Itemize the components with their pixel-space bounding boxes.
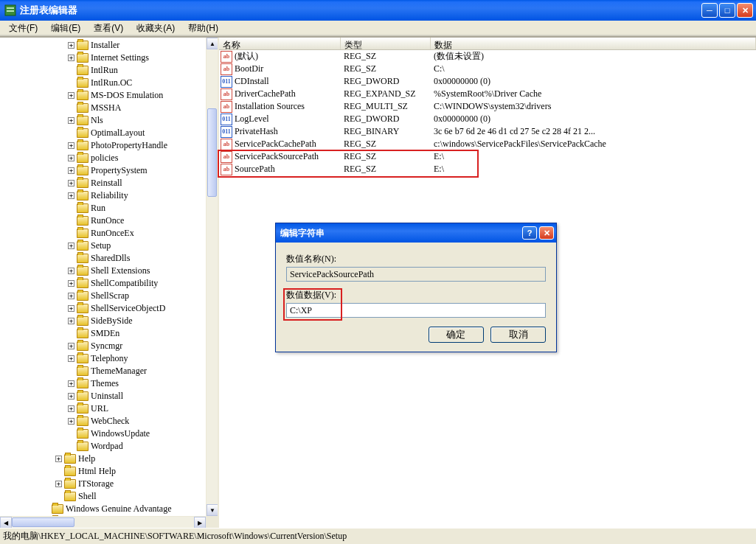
tree-item[interactable]: +MS-DOS Emulation (0, 89, 206, 102)
tree-item[interactable]: +Setup (0, 240, 206, 252)
tree-item[interactable]: +Nls (0, 114, 206, 127)
list-row[interactable]: abServicePackSourcePathREG_SZE:\ (219, 150, 756, 163)
list-row[interactable]: abInstallation SourcesREG_MULTI_SZC:\WIN… (219, 100, 756, 113)
menu-view[interactable]: 查看(V) (88, 21, 129, 36)
minimize-button[interactable]: ─ (701, 3, 718, 18)
scroll-up-icon[interactable]: ▲ (207, 38, 218, 49)
value-data-input[interactable] (286, 303, 546, 318)
expand-icon[interactable]: + (55, 481, 62, 487)
tree-item[interactable]: +PhotoPropertyHandle (0, 139, 206, 152)
expand-icon[interactable]: + (68, 192, 74, 199)
tree-item[interactable]: +ShellServiceObjectD (0, 302, 206, 315)
expand-icon[interactable]: + (68, 142, 74, 149)
tree-item[interactable]: +policies (0, 152, 206, 164)
close-button[interactable]: ✕ (737, 3, 753, 18)
tree-item[interactable]: RunOnce (0, 215, 206, 227)
tree-item[interactable]: ThemeManager (0, 365, 206, 377)
tree-item[interactable]: OptimalLayout (0, 127, 206, 139)
tree-item[interactable]: +Reliability (0, 189, 206, 202)
tree-item[interactable]: +Shell Extensions (0, 265, 206, 277)
tree-item[interactable]: +Themes (0, 377, 206, 390)
expand-icon[interactable]: + (68, 42, 74, 49)
expand-icon[interactable]: + (68, 318, 74, 324)
tree-item[interactable]: +Syncmgr (0, 340, 206, 352)
tree-vscroll[interactable]: ▲ ▼ (206, 38, 218, 516)
expand-icon[interactable]: + (68, 92, 74, 99)
scroll-right-icon[interactable]: ▶ (194, 517, 206, 528)
scroll-left-icon[interactable]: ◀ (0, 517, 12, 528)
tree-item[interactable]: +ITStorage (0, 478, 206, 490)
expand-icon[interactable]: + (68, 343, 74, 349)
maximize-button[interactable]: □ (719, 3, 735, 18)
list-row[interactable]: 011LogLevelREG_DWORD0x00000000 (0) (219, 113, 756, 125)
expand-icon[interactable]: + (68, 280, 74, 287)
list-row[interactable]: ab(默认)REG_SZ(数值未设置) (219, 50, 756, 63)
tree-item[interactable]: +PropertySystem (0, 164, 206, 177)
tree-item[interactable]: +Reinstall (0, 177, 206, 189)
tree-item[interactable]: MSSHA (0, 102, 206, 114)
menu-help[interactable]: 帮助(H) (182, 21, 224, 36)
tree-item[interactable]: +Help (0, 453, 206, 465)
tree-item[interactable]: +Installer (0, 39, 206, 52)
tree-item[interactable]: SharedDlls (0, 252, 206, 265)
list-body[interactable]: ab(默认)REG_SZ(数值未设置)abBootDirREG_SZC:\011… (219, 50, 756, 175)
expand-icon[interactable]: + (68, 55, 74, 61)
menu-edit[interactable]: 编辑(E) (45, 21, 86, 36)
dialog-close-button[interactable]: ✕ (539, 226, 554, 240)
tree-item[interactable]: SMDEn (0, 327, 206, 340)
tree-item[interactable]: +SideBySide (0, 315, 206, 327)
scroll-down-icon[interactable]: ▼ (207, 504, 218, 516)
tree-item[interactable]: +URL (0, 402, 206, 415)
list-row[interactable]: abDriverCachePathREG_EXPAND_SZ%SystemRoo… (219, 88, 756, 100)
tree-item[interactable]: Html Help (0, 465, 206, 478)
expand-icon[interactable]: + (68, 117, 74, 124)
tree-item[interactable]: WindowsUpdate (0, 428, 206, 440)
expand-icon[interactable]: + (68, 243, 74, 249)
tree-item-label: ShellServiceObjectD (91, 302, 165, 315)
expand-icon[interactable]: + (68, 155, 74, 161)
list-row[interactable]: 011CDInstallREG_DWORD0x00000000 (0) (219, 75, 756, 88)
tree-item[interactable]: +WebCheck (0, 415, 206, 428)
tree-item[interactable]: +Uninstall (0, 390, 206, 402)
tree-item[interactable]: RunOnceEx (0, 227, 206, 240)
expand-icon[interactable]: + (68, 268, 74, 274)
expand-icon[interactable]: + (68, 305, 74, 312)
tree-item[interactable]: Wordpad (0, 440, 206, 453)
tree-item[interactable]: +ShellScrap (0, 290, 206, 302)
tree-item[interactable]: +Internet Settings (0, 52, 206, 64)
tree-item[interactable]: +ShellCompatibility (0, 277, 206, 290)
list-row[interactable]: 011PrivateHashREG_BINARY3c 6e b7 6d 2e 4… (219, 125, 756, 138)
dialog-help-button[interactable]: ? (522, 226, 537, 240)
tree-item[interactable]: Windows Genuine Advantage (0, 503, 206, 515)
tree-item[interactable]: IntlRun.OC (0, 77, 206, 89)
menu-favorites[interactable]: 收藏夹(A) (131, 21, 181, 36)
col-data[interactable]: 数据 (431, 38, 756, 49)
tree-hscroll[interactable]: ◀ ▶ (0, 516, 206, 528)
col-name[interactable]: 名称 (219, 38, 341, 49)
list-row[interactable]: abServicePackCachePathREG_SZc:\windows\S… (219, 138, 756, 150)
expand-icon[interactable]: + (68, 418, 74, 425)
col-type[interactable]: 类型 (341, 38, 431, 49)
hscroll-thumb[interactable] (12, 517, 74, 527)
registry-tree[interactable]: +Installer+Internet SettingsIntlRunIntlR… (0, 38, 206, 516)
tree-item[interactable]: IntlRun (0, 64, 206, 77)
tree-item[interactable]: +Telephony (0, 352, 206, 365)
dialog-title-bar[interactable]: 编辑字符串 ? ✕ (276, 223, 556, 243)
menu-file[interactable]: 文件(F) (3, 21, 44, 36)
expand-icon[interactable]: + (68, 180, 74, 186)
cell-type: REG_SZ (344, 139, 434, 150)
expand-icon[interactable]: + (68, 167, 74, 174)
tree-item[interactable]: Run (0, 202, 206, 215)
vscroll-thumb[interactable] (207, 108, 217, 197)
expand-icon[interactable]: + (68, 293, 74, 299)
list-row[interactable]: abSourcePathREG_SZE:\ (219, 163, 756, 175)
cancel-button[interactable]: 取消 (490, 327, 546, 343)
tree-item[interactable]: Shell (0, 490, 206, 503)
expand-icon[interactable]: + (68, 405, 74, 412)
ok-button[interactable]: 确定 (429, 327, 484, 343)
list-row[interactable]: abBootDirREG_SZC:\ (219, 63, 756, 75)
expand-icon[interactable]: + (68, 355, 74, 362)
expand-icon[interactable]: + (55, 456, 62, 462)
expand-icon[interactable]: + (68, 380, 74, 387)
expand-icon[interactable]: + (68, 393, 74, 400)
